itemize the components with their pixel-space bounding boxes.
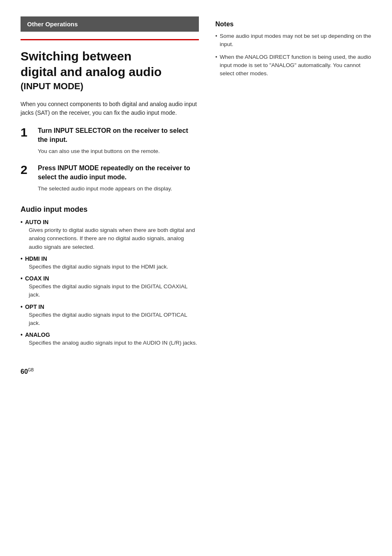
note-bullet-0: • [215,32,217,40]
step-1-content: Turn INPUT SELECTOR on the receiver to s… [38,126,199,155]
mode-desc-4: Specifies the analog audio signals input… [21,339,199,347]
two-column-layout: Other Operations Switching between digit… [21,16,371,376]
mode-name-4: • ANALOG [21,331,199,338]
bullet-1: • [21,255,23,262]
note-bullet-1: • [215,53,217,61]
bullet-2: • [21,275,23,282]
step-2-heading: Press INPUT MODE repeatedly on the recei… [38,164,199,182]
mode-item-2: • COAX IN Specifies the digital audio si… [21,275,199,299]
step-2-number: 2 [21,164,32,176]
mode-item-4: • ANALOG Specifies the analog audio sign… [21,331,199,347]
mode-name-3: • OPT IN [21,303,199,310]
note-text-1: When the ANALOG DIRECT function is being… [220,53,371,78]
mode-name-0: • AUTO IN [21,219,199,225]
bullet-3: • [21,303,23,310]
mode-desc-0: Gives priority to digital audio signals … [21,226,199,251]
notes-list: • Some audio input modes may not be set … [215,32,371,78]
mode-desc-2: Specifies the digital audio signals inpu… [21,283,199,299]
page-container: Other Operations Switching between digit… [21,16,371,376]
section-header: Other Operations [21,16,199,32]
mode-name-1: • HDMI IN [21,255,199,262]
note-item-1: • When the ANALOG DIRECT function is bei… [215,53,371,78]
section-header-label: Other Operations [27,21,78,28]
bullet-0: • [21,219,23,225]
note-item-0: • Some audio input modes may not be set … [215,32,371,49]
notes-title: Notes [215,21,371,28]
red-separator [21,39,199,40]
right-column: Notes • Some audio input modes may not b… [215,16,371,376]
bullet-4: • [21,331,23,338]
step-1: 1 Turn INPUT SELECTOR on the receiver to… [21,126,199,155]
main-title: Switching between digital and analog aud… [21,49,199,79]
mode-list: • AUTO IN Gives priority to digital audi… [21,219,199,347]
step-2: 2 Press INPUT MODE repeatedly on the rec… [21,164,199,193]
mode-item-3: • OPT IN Specifies the digital audio sig… [21,303,199,328]
audio-modes-title: Audio input modes [21,205,199,214]
mode-desc-3: Specifies the digital audio signals inpu… [21,311,199,328]
page-number: 60GB [21,368,34,375]
intro-text: When you connect components to both digi… [21,100,199,117]
step-1-number: 1 [21,126,32,139]
step-2-content: Press INPUT MODE repeatedly on the recei… [38,164,199,193]
left-column: Other Operations Switching between digit… [21,16,199,376]
note-text-0: Some audio input modes may not be set up… [220,32,371,49]
mode-item-0: • AUTO IN Gives priority to digital audi… [21,219,199,251]
step-2-desc: The selected audio input mode appears on… [38,185,199,193]
mode-desc-1: Specifies the digital audio signals inpu… [21,263,199,271]
step-1-desc: You can also use the input buttons on th… [38,147,199,155]
subtitle: (INPUT MODE) [21,81,199,92]
mode-name-2: • COAX IN [21,275,199,282]
page-footer: 60GB [21,351,199,375]
step-1-heading: Turn INPUT SELECTOR on the receiver to s… [38,126,199,145]
mode-item-1: • HDMI IN Specifies the digital audio si… [21,255,199,271]
